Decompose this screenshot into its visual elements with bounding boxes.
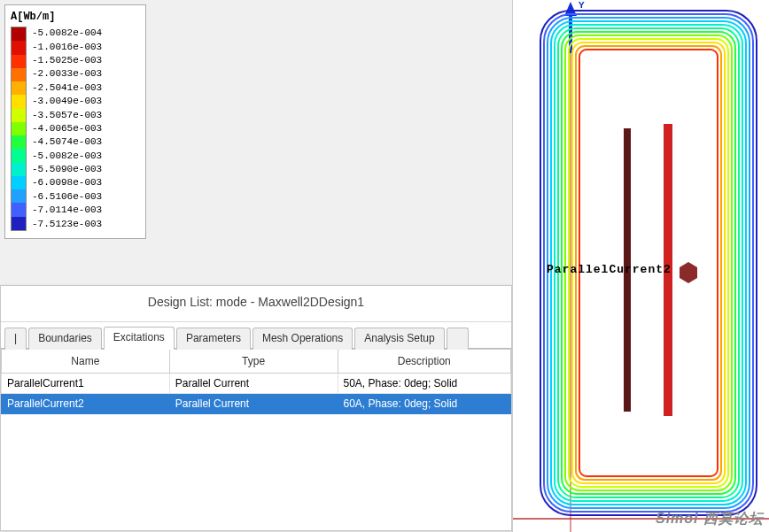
design-list-panel: Design List: mode - Maxwell2DDesign1 |Bo… xyxy=(0,285,512,531)
legend-swatch xyxy=(12,122,26,135)
column-header[interactable]: Type xyxy=(169,350,338,374)
legend-swatch xyxy=(12,149,26,162)
legend-title: A[Wb/m] xyxy=(11,11,140,23)
table-body: ParallelCurrent1Parallel Current50A, Pha… xyxy=(2,374,511,414)
contour-line xyxy=(579,50,718,476)
conductor-left[interactable] xyxy=(624,128,631,412)
tab-tab[interactable] xyxy=(447,328,469,350)
legend-value: -5.5090e-003 xyxy=(32,163,102,176)
legend-swatch xyxy=(12,41,26,54)
table-cell[interactable]: 60A, Phase: 0deg; Solid xyxy=(338,394,511,414)
table-cell[interactable]: ParallelCurrent2 xyxy=(2,394,170,414)
legend-value: -1.0016e-003 xyxy=(32,40,102,53)
legend-value: -3.5057e-003 xyxy=(32,108,102,121)
legend-swatch xyxy=(12,135,26,149)
legend-swatch xyxy=(12,217,26,230)
legend-value: -1.5025e-003 xyxy=(32,54,102,67)
tab-excitations[interactable]: Excitations xyxy=(104,327,175,350)
design-list-tabs: |BoundariesExcitationsParametersMesh Ope… xyxy=(1,322,511,349)
legend-swatch xyxy=(12,55,26,68)
tab-mesh-operations[interactable]: Mesh Operations xyxy=(252,328,353,350)
tab-analysis-setup[interactable]: Analysis Setup xyxy=(354,328,444,350)
legend-swatch xyxy=(12,109,26,122)
contour-line xyxy=(562,32,735,494)
column-header[interactable]: Name xyxy=(2,350,170,374)
legend-swatch xyxy=(12,68,26,81)
legend-value: -7.5123e-003 xyxy=(32,217,102,230)
column-header[interactable]: Description xyxy=(338,350,511,374)
contour-line xyxy=(565,35,732,490)
tab-parameters[interactable]: Parameters xyxy=(176,328,251,350)
legend-labels: -5.0082e-004-1.0016e-003-1.5025e-003-2.0… xyxy=(32,27,102,231)
table-cell[interactable]: 50A, Phase: 0deg; Solid xyxy=(338,374,511,394)
contour-line xyxy=(569,39,728,487)
legend-value: -7.0114e-003 xyxy=(32,204,102,217)
contour-line xyxy=(548,18,750,508)
contour-line xyxy=(558,28,739,497)
tab-tab[interactable]: | xyxy=(4,328,27,350)
table-row[interactable]: ParallelCurrent1Parallel Current50A, Pha… xyxy=(2,374,511,394)
conductor-right[interactable] xyxy=(664,124,672,416)
contour-line xyxy=(576,46,721,480)
design-list-table-wrap: NameTypeDescription ParallelCurrent1Para… xyxy=(1,348,511,414)
tab-boundaries[interactable]: Boundaries xyxy=(28,328,102,350)
table-cell[interactable]: ParallelCurrent1 xyxy=(2,374,170,394)
legend-value: -4.5074e-003 xyxy=(32,135,102,149)
legend-colorbar xyxy=(11,27,27,231)
current-marker-icon[interactable] xyxy=(680,262,697,283)
table-header-row: NameTypeDescription xyxy=(2,350,511,374)
legend-value: -2.5041e-003 xyxy=(32,81,102,95)
design-list-title: Design List: mode - Maxwell2DDesign1 xyxy=(1,286,511,322)
table-cell[interactable]: Parallel Current xyxy=(169,374,338,394)
legend-value: -6.0098e-003 xyxy=(32,176,102,189)
legend-value: -4.0065e-003 xyxy=(32,122,102,135)
plot-area[interactable]: Y ParallelCurrent2 Simol 西莫论坛 xyxy=(512,0,769,532)
table-row[interactable]: ParallelCurrent2Parallel Current60A, Pha… xyxy=(2,394,511,414)
field-legend: A[Wb/m] -5.0082e-004-1.0016e-003-1.5025e… xyxy=(4,4,146,239)
watermark: Simol 西莫论坛 xyxy=(656,510,764,528)
legend-swatch xyxy=(12,27,26,41)
legend-value: -6.5106e-003 xyxy=(32,190,102,204)
legend-value: -2.0033e-003 xyxy=(32,67,102,81)
contour-plot xyxy=(513,0,769,532)
legend-swatch xyxy=(12,203,26,216)
legend-body: -5.0082e-004-1.0016e-003-1.5025e-003-2.0… xyxy=(11,27,140,231)
legend-swatch xyxy=(12,176,26,189)
contour-line xyxy=(572,42,725,483)
legend-value: -5.0082e-003 xyxy=(32,150,102,163)
legend-value: -3.0049e-003 xyxy=(32,95,102,108)
legend-value: -5.0082e-004 xyxy=(32,27,102,40)
contour-line xyxy=(555,25,742,501)
legend-swatch xyxy=(12,163,26,176)
design-list-table: NameTypeDescription ParallelCurrent1Para… xyxy=(1,349,511,414)
table-cell[interactable]: Parallel Current xyxy=(169,394,338,414)
legend-swatch xyxy=(12,189,26,203)
legend-swatch xyxy=(12,95,26,108)
legend-swatch xyxy=(12,81,26,95)
